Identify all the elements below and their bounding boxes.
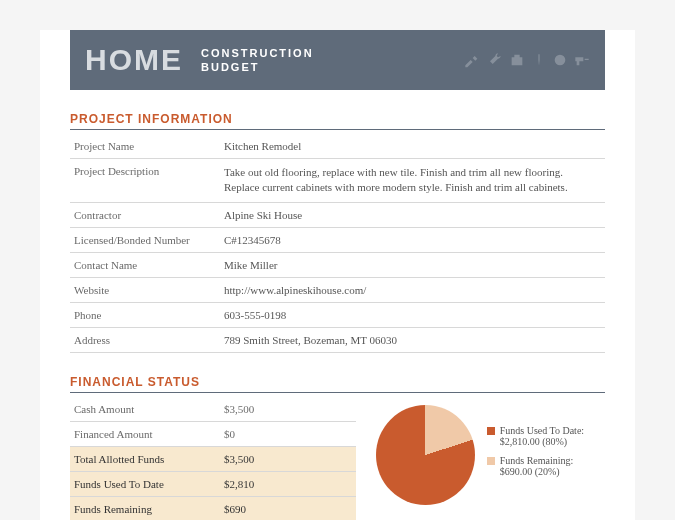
label-financed: Financed Amount bbox=[70, 421, 220, 446]
value-contractor: Alpine Ski House bbox=[220, 202, 605, 227]
table-row: Total Allotted Funds$3,500 bbox=[70, 446, 356, 471]
chart-legend: Funds Used To Date: $2,810.00 (80%) Fund… bbox=[487, 425, 605, 485]
label-remain: Funds Remaining bbox=[70, 496, 220, 520]
table-row: Licensed/Bonded NumberC#12345678 bbox=[70, 227, 605, 252]
measure-icon bbox=[552, 52, 568, 68]
value-used: $2,810 bbox=[220, 471, 356, 496]
value-phone: 603-555-0198 bbox=[220, 302, 605, 327]
legend-item-remaining: Funds Remaining: $690.00 (20%) bbox=[487, 455, 605, 477]
label-project-name: Project Name bbox=[70, 134, 220, 159]
table-row: Funds Remaining$690 bbox=[70, 496, 356, 520]
label-cash: Cash Amount bbox=[70, 397, 220, 422]
label-license: Licensed/Bonded Number bbox=[70, 227, 220, 252]
swatch-used-icon bbox=[487, 427, 495, 435]
legend-used-text: Funds Used To Date: $2,810.00 (80%) bbox=[500, 425, 605, 447]
table-row: Contact NameMike Miller bbox=[70, 252, 605, 277]
svg-point-0 bbox=[555, 55, 566, 66]
project-info-heading: PROJECT INFORMATION bbox=[70, 112, 605, 130]
screwdriver-icon bbox=[532, 52, 546, 68]
label-project-desc: Project Description bbox=[70, 159, 220, 203]
banner-sub-line1: CONSTRUCTION bbox=[201, 46, 314, 60]
table-row: Project DescriptionTake out old flooring… bbox=[70, 159, 605, 203]
value-project-desc: Take out old flooring, replace with new … bbox=[220, 159, 605, 203]
financial-status-heading: FINANCIAL STATUS bbox=[70, 375, 605, 393]
table-row: Address789 Smith Street, Bozeman, MT 060… bbox=[70, 327, 605, 352]
table-row: Websitehttp://www.alpineskihouse.com/ bbox=[70, 277, 605, 302]
swatch-remain-icon bbox=[487, 457, 495, 465]
value-project-name: Kitchen Remodel bbox=[220, 134, 605, 159]
label-contact: Contact Name bbox=[70, 252, 220, 277]
label-contractor: Contractor bbox=[70, 202, 220, 227]
financial-wrap: Cash Amount$3,500 Financed Amount$0 Tota… bbox=[70, 397, 605, 520]
label-total: Total Allotted Funds bbox=[70, 446, 220, 471]
label-used: Funds Used To Date bbox=[70, 471, 220, 496]
value-cash: $3,500 bbox=[220, 397, 356, 422]
value-license: C#12345678 bbox=[220, 227, 605, 252]
label-website: Website bbox=[70, 277, 220, 302]
label-address: Address bbox=[70, 327, 220, 352]
table-row: Project NameKitchen Remodel bbox=[70, 134, 605, 159]
page: ENTER EXPENSES HOME CONSTRUCTION BUDGET … bbox=[40, 30, 635, 520]
banner-sub-line2: BUDGET bbox=[201, 60, 314, 74]
pie-chart bbox=[376, 405, 475, 505]
tools-icon-group bbox=[464, 52, 590, 68]
value-remain: $690 bbox=[220, 496, 356, 520]
header-banner: HOME CONSTRUCTION BUDGET bbox=[70, 30, 605, 90]
financial-table: Cash Amount$3,500 Financed Amount$0 Tota… bbox=[70, 397, 356, 520]
wrench-icon bbox=[486, 52, 502, 68]
hammer-icon bbox=[464, 52, 480, 68]
table-row: Phone603-555-0198 bbox=[70, 302, 605, 327]
banner-title-home: HOME bbox=[85, 43, 183, 77]
label-phone: Phone bbox=[70, 302, 220, 327]
table-row: Cash Amount$3,500 bbox=[70, 397, 356, 422]
value-total: $3,500 bbox=[220, 446, 356, 471]
table-row: Funds Used To Date$2,810 bbox=[70, 471, 356, 496]
banner-subtitle: CONSTRUCTION BUDGET bbox=[201, 46, 314, 75]
drill-icon bbox=[574, 52, 590, 68]
value-financed: $0 bbox=[220, 421, 356, 446]
pie-chart-area: Funds Used To Date: $2,810.00 (80%) Fund… bbox=[376, 397, 605, 505]
value-website: http://www.alpineskihouse.com/ bbox=[220, 277, 605, 302]
table-row: Financed Amount$0 bbox=[70, 421, 356, 446]
legend-remain-text: Funds Remaining: $690.00 (20%) bbox=[500, 455, 605, 477]
value-address: 789 Smith Street, Bozeman, MT 06030 bbox=[220, 327, 605, 352]
toolbox-icon bbox=[508, 52, 526, 68]
table-row: ContractorAlpine Ski House bbox=[70, 202, 605, 227]
project-info-table: Project NameKitchen Remodel Project Desc… bbox=[70, 134, 605, 353]
legend-item-used: Funds Used To Date: $2,810.00 (80%) bbox=[487, 425, 605, 447]
value-contact: Mike Miller bbox=[220, 252, 605, 277]
